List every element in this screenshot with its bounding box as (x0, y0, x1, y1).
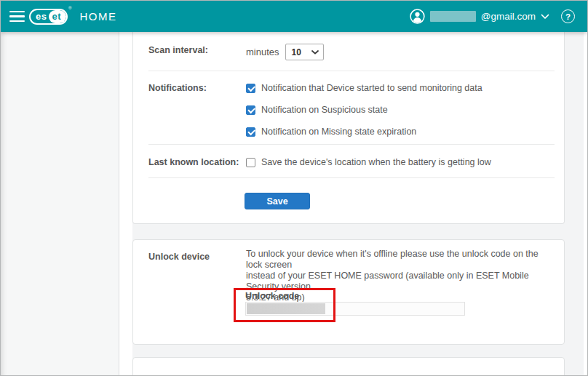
menu-icon[interactable] (9, 11, 25, 22)
notification-option-row: Notification that Device started to send… (246, 82, 482, 94)
save-location-label: Save the device's location when the batt… (261, 157, 491, 167)
divider (148, 177, 555, 178)
notification-monitoring-checkbox[interactable] (246, 84, 255, 93)
user-icon (410, 9, 425, 24)
notification-option-row: Notification on Missing state expiration (246, 126, 416, 137)
registered-mark: ® (68, 6, 71, 10)
unlock-code-label: Unlock code (245, 291, 299, 301)
next-settings-panel (132, 357, 565, 376)
redacted-email-block (430, 11, 476, 22)
notification-missing-label: Notification on Missing state expiration (261, 127, 416, 137)
scan-interval-select[interactable]: 10 (285, 44, 324, 60)
scan-interval-label: Scan interval: (148, 45, 208, 55)
chevron-down-icon (311, 50, 319, 55)
scan-interval-control: minutes 10 (246, 44, 324, 60)
description-line: instead of your ESET HOME password (avai… (246, 271, 552, 292)
logo-product-name: HOME (79, 10, 116, 23)
chevron-down-icon (541, 14, 549, 20)
divider (148, 71, 555, 71)
account-email-suffix: @gmail.com (481, 11, 536, 22)
help-icon: ? (565, 12, 571, 21)
notification-suspicious-checkbox[interactable] (246, 105, 255, 115)
notification-option-row: Notification on Suspicious state (246, 104, 388, 116)
device-settings-panel: Scan interval: minutes 10 Notifications:… (132, 32, 565, 224)
help-button[interactable]: ? (561, 9, 575, 23)
description-line: To unlock your device when it's offline … (246, 249, 552, 271)
eset-logo-mark: es et (29, 9, 68, 25)
app-header: es et ® HOME @gmail.com ? (1, 1, 587, 32)
save-button[interactable]: Save (245, 193, 310, 209)
unlock-device-panel: Unlock device To unlock your device when… (132, 239, 565, 345)
notifications-label: Notifications: (148, 83, 207, 93)
save-location-checkbox[interactable] (246, 158, 255, 167)
logo-text-et: et (49, 10, 66, 23)
notification-missing-checkbox[interactable] (246, 127, 255, 137)
redacted-unlock-code-block (247, 303, 325, 314)
account-menu[interactable]: @gmail.com (410, 1, 549, 32)
last-known-location-label: Last known location: (148, 157, 239, 167)
scan-interval-unit: minutes (246, 47, 279, 57)
divider (148, 144, 555, 145)
logo-text-es: es (31, 10, 49, 23)
notification-suspicious-label: Notification on Suspicious state (261, 105, 388, 115)
sidebar (1, 32, 119, 375)
eset-home-logo[interactable]: es et ® HOME (29, 1, 116, 32)
unlock-code-field[interactable] (245, 302, 465, 316)
last-location-option-row: Save the device's location when the batt… (246, 156, 491, 168)
unlock-device-label: Unlock device (148, 252, 210, 262)
notification-monitoring-label: Notification that Device started to send… (261, 83, 482, 93)
scan-interval-value: 10 (292, 47, 301, 57)
app-window: es et ® HOME @gmail.com ? Scan inte (0, 0, 588, 376)
